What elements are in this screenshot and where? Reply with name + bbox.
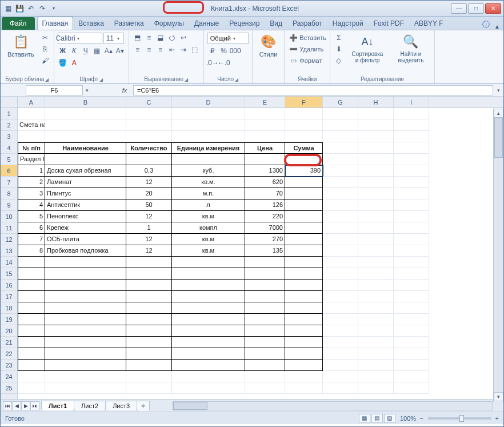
cell[interactable]	[245, 314, 285, 325]
cell[interactable]	[45, 154, 126, 165]
cell[interactable]	[45, 302, 126, 314]
cell[interactable]: кв.м.	[172, 177, 245, 188]
cell[interactable]: Раздел I: Затраты на материалы	[18, 154, 45, 165]
cell[interactable]	[45, 291, 126, 302]
tab-developer[interactable]: Разработ	[287, 17, 327, 30]
file-tab[interactable]: Файл	[2, 17, 35, 30]
cell[interactable]: кв.м	[172, 234, 245, 245]
cell[interactable]	[285, 108, 323, 119]
help-icon[interactable]: ⓘ	[482, 19, 490, 30]
cell[interactable]	[358, 131, 394, 142]
cell[interactable]: 126	[245, 199, 285, 211]
cell[interactable]	[245, 119, 285, 131]
cell[interactable]	[126, 257, 172, 268]
cell[interactable]	[172, 325, 245, 337]
cell[interactable]: Плинтус	[45, 188, 126, 199]
cell[interactable]	[126, 371, 172, 382]
cell[interactable]	[394, 291, 429, 302]
cell[interactable]: л	[172, 199, 245, 211]
cell[interactable]	[323, 234, 358, 245]
formula-expand-icon[interactable]: ▾	[493, 87, 503, 93]
tab-formulas[interactable]: Формулы	[149, 17, 189, 30]
cell[interactable]	[172, 257, 245, 268]
indent-inc-icon[interactable]: ⇥	[178, 45, 189, 55]
col-header-F[interactable]: F	[285, 97, 323, 107]
cell[interactable]	[323, 108, 358, 119]
merge-icon[interactable]: ⬚	[190, 45, 200, 55]
row-header-10[interactable]: 10	[1, 211, 17, 222]
cell[interactable]	[45, 382, 126, 394]
cell[interactable]	[45, 268, 126, 280]
zoom-knob[interactable]	[459, 415, 464, 422]
row-header-2[interactable]: 2	[1, 119, 17, 131]
cell[interactable]	[172, 268, 245, 280]
cell[interactable]	[358, 268, 394, 280]
col-header-E[interactable]: E	[245, 97, 285, 107]
cell[interactable]	[126, 302, 172, 314]
cell[interactable]	[126, 131, 172, 142]
row-header-15[interactable]: 15	[1, 268, 17, 280]
cell[interactable]: 620	[245, 177, 285, 188]
cell[interactable]	[285, 302, 323, 314]
cell[interactable]	[172, 302, 245, 314]
cell[interactable]: 1	[18, 165, 45, 177]
cell[interactable]	[323, 268, 358, 280]
cell[interactable]	[358, 280, 394, 291]
cell[interactable]	[172, 337, 245, 348]
cell[interactable]: 2	[18, 177, 45, 188]
indent-dec-icon[interactable]: ⇤	[167, 45, 177, 55]
cell[interactable]	[126, 280, 172, 291]
cell[interactable]	[358, 177, 394, 188]
cell[interactable]: 220	[245, 211, 285, 222]
cell[interactable]: Единица измерения	[172, 142, 245, 154]
align-center-icon[interactable]: ≡	[144, 45, 154, 55]
cell[interactable]: кв.м	[172, 211, 245, 222]
tab-foxit[interactable]: Foxit PDF	[369, 17, 409, 30]
cell[interactable]	[285, 325, 323, 337]
vertical-scrollbar[interactable]: ▴ ▾	[493, 109, 503, 401]
cell[interactable]	[323, 131, 358, 142]
cell[interactable]	[358, 108, 394, 119]
font-name-combo[interactable]: Calibri▾	[58, 33, 102, 44]
cell[interactable]	[18, 131, 45, 142]
cell[interactable]: Цена	[245, 142, 285, 154]
save-icon[interactable]: 💾	[14, 3, 25, 14]
cell[interactable]	[394, 142, 429, 154]
row-header-1[interactable]: 1	[1, 108, 17, 119]
underline-icon[interactable]: Ч	[81, 46, 91, 56]
row-header-16[interactable]: 16	[1, 280, 17, 291]
scroll-up-icon[interactable]: ▴	[494, 109, 503, 118]
cell[interactable]: Сумма	[285, 142, 323, 154]
cell[interactable]	[358, 199, 394, 211]
row-header-23[interactable]: 23	[1, 360, 17, 371]
cell[interactable]	[245, 382, 285, 394]
cell[interactable]: куб.	[172, 165, 245, 177]
cell[interactable]	[172, 154, 245, 165]
row-header-19[interactable]: 19	[1, 314, 17, 325]
cell[interactable]	[394, 280, 429, 291]
cell[interactable]	[358, 154, 394, 165]
row-header-20[interactable]: 20	[1, 325, 17, 337]
row-header-24[interactable]: 24	[1, 371, 17, 382]
sheet-nav-first-icon[interactable]: ⏮	[3, 401, 12, 410]
number-format-combo[interactable]: Общий▾	[207, 33, 249, 44]
sheet-tab-2[interactable]: Лист2	[74, 401, 106, 410]
tab-layout[interactable]: Разметка	[109, 17, 149, 30]
redo-icon[interactable]: ↷	[37, 3, 47, 14]
cell[interactable]	[172, 314, 245, 325]
cell[interactable]	[18, 314, 45, 325]
wrap-text-icon[interactable]: ↩	[178, 33, 189, 43]
cell[interactable]: 12	[126, 234, 172, 245]
cell[interactable]	[323, 188, 358, 199]
cell[interactable]	[323, 199, 358, 211]
tab-abbyy[interactable]: ABBYY F	[409, 17, 448, 30]
cell[interactable]: 70	[245, 188, 285, 199]
col-header-B[interactable]: B	[45, 97, 126, 107]
cut-icon[interactable]: ✂	[40, 33, 50, 43]
cell[interactable]	[285, 360, 323, 371]
cell[interactable]	[285, 245, 323, 257]
cell[interactable]	[323, 245, 358, 257]
worksheet-grid[interactable]: 1234567891011121314151617181920212223242…	[1, 97, 503, 399]
cell[interactable]	[172, 119, 245, 131]
formula-input[interactable]: =C6*E6	[133, 85, 493, 95]
